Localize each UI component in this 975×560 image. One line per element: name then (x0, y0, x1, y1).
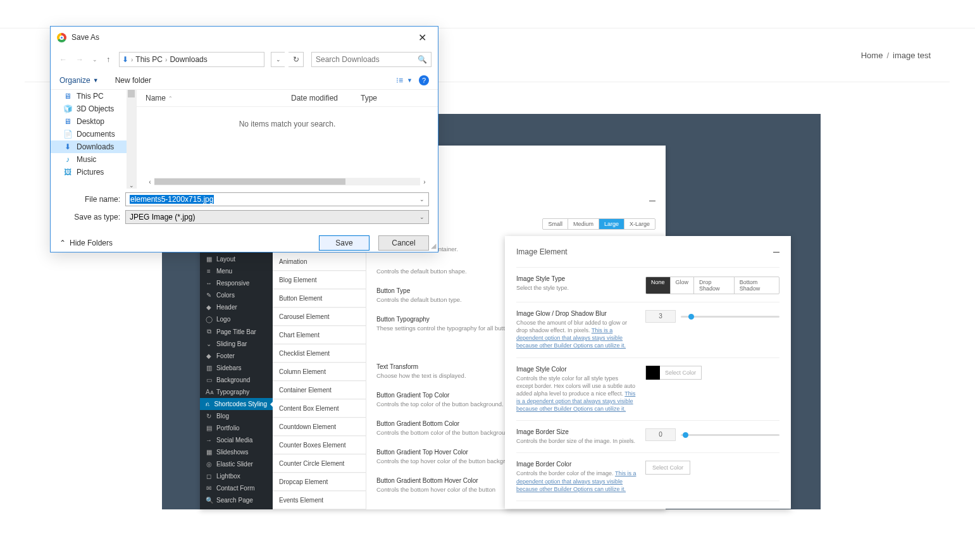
border-size-slider[interactable] (681, 428, 779, 441)
nav-back-button[interactable]: ← (57, 54, 70, 65)
sidebar-item-header[interactable]: ◆Header (200, 301, 273, 313)
nav-up-button[interactable]: ↑ (104, 54, 113, 65)
hide-folders-toggle[interactable]: ⌃ Hide Folders (59, 239, 113, 247)
sidebar-item-sliding-bar[interactable]: ⌄Sliding Bar (200, 338, 273, 350)
sidebar-item-label: Extra (216, 509, 231, 509)
element-list-item[interactable]: Counter Boxes Element (273, 437, 366, 454)
tree-scrollbar[interactable]: ⌄ (127, 90, 136, 189)
save-button[interactable]: Save (319, 235, 370, 251)
sidebar-item-search-page[interactable]: 🔍Search Page (200, 494, 273, 506)
border-color-picker[interactable]: Select Color (645, 461, 690, 475)
search-input[interactable]: Search Downloads 🔍 (311, 52, 432, 67)
breadcrumb-home[interactable]: Home (861, 51, 883, 60)
sidebar-item-lightbox[interactable]: ◻Lightbox (200, 470, 273, 482)
seg-option[interactable]: Large (599, 219, 624, 229)
nav-forward-button[interactable]: → (73, 54, 86, 65)
element-list-item[interactable]: Dropcap Element (273, 473, 366, 491)
filename-input[interactable]: elements5-1200x715.jpg⌄ (125, 192, 429, 206)
sidebar-item-elastic-slider[interactable]: ◎Elastic Slider (200, 458, 273, 470)
seg-option[interactable]: Drop Shadow (694, 277, 735, 294)
sidebar-item-icon: ▭ (206, 376, 212, 383)
address-history-dropdown[interactable]: ⌄ (271, 52, 285, 67)
panel-collapse-icon[interactable]: – (773, 245, 779, 258)
resize-grip-icon[interactable]: ◢ (431, 242, 436, 250)
sidebar-item-icon: ▥ (206, 364, 212, 371)
seg-option[interactable]: X-Large (624, 219, 655, 229)
seg-option[interactable]: None (646, 277, 671, 294)
element-list-item[interactable]: Column Element (273, 363, 366, 381)
path-this-pc[interactable]: This PC (135, 55, 163, 64)
seg-option[interactable]: Small (543, 219, 568, 229)
sidebar-item-social-media[interactable]: →Social Media (200, 434, 273, 446)
sidebar-item-extra[interactable]: ✲Extra (200, 506, 273, 509)
blur-value-input[interactable]: 3 (645, 310, 676, 323)
address-bar[interactable]: ⬇ › This PC › Downloads (119, 52, 264, 67)
close-button[interactable]: ✕ (413, 29, 432, 46)
element-list-item[interactable]: Carousel Element (273, 308, 366, 326)
sidebar-item-responsive[interactable]: ↔Responsive (200, 277, 273, 289)
tree-item-pictures[interactable]: 🖼Pictures (51, 166, 136, 178)
chevron-down-icon[interactable]: ⌄ (419, 196, 425, 202)
cancel-button[interactable]: Cancel (378, 235, 429, 251)
element-list-item[interactable]: Chart Element (273, 327, 366, 344)
sidebar-item-page-title-bar[interactable]: ⧉Page Title Bar (200, 325, 273, 338)
sidebar-item-icon: ⌄ (206, 340, 212, 347)
sidebar-item-shortcodes-styling[interactable]: ⎌Shortcodes Styling (200, 398, 273, 410)
savetype-select[interactable]: JPEG Image (*.jpg)⌄ (125, 210, 429, 224)
element-list-item[interactable]: Countdown Element (273, 418, 366, 436)
nav-recent-dropdown[interactable]: ⌄ (90, 55, 100, 64)
tree-item-label: Pictures (77, 168, 104, 177)
element-list-item[interactable]: Content Box Element (273, 400, 366, 418)
folder-icon: 🖥 (63, 92, 72, 101)
sidebar-item-colors[interactable]: ✎Colors (200, 289, 273, 301)
seg-option[interactable]: Glow (671, 277, 695, 294)
tree-item-documents[interactable]: 📄Documents (51, 128, 136, 140)
sidebar-item-background[interactable]: ▭Background (200, 374, 273, 386)
element-list-item[interactable]: Checklist Element (273, 345, 366, 363)
tree-item-3d-objects[interactable]: 🧊3D Objects (51, 103, 136, 115)
sidebar-item-sidebars[interactable]: ▥Sidebars (200, 362, 273, 374)
tree-item-music[interactable]: ♪Music (51, 153, 136, 166)
refresh-button[interactable]: ↻ (289, 52, 304, 67)
border-size-input[interactable]: 0 (645, 428, 676, 441)
seg-option[interactable]: Medium (568, 219, 599, 229)
sidebar-item-icon: ✲ (206, 509, 212, 509)
organize-menu[interactable]: Organize ▼ (59, 76, 99, 85)
element-list-item[interactable]: Container Element (273, 382, 366, 399)
col-type[interactable]: Type (361, 94, 429, 103)
file-list: Name ⌃ Date modified Type No items match… (137, 90, 438, 189)
column-headers[interactable]: Name ⌃ Date modified Type (137, 90, 438, 107)
sidebar-item-blog[interactable]: ↻Blog (200, 410, 273, 422)
style-color-picker[interactable]: Select Color (645, 366, 702, 380)
sidebar-item-icon: ✎ (206, 292, 212, 299)
sidebar-item-slideshows[interactable]: ▦Slideshows (200, 446, 273, 458)
col-name[interactable]: Name (146, 94, 166, 103)
chevron-down-icon[interactable]: ⌄ (419, 214, 425, 220)
sidebar-item-portfolio[interactable]: ▤Portfolio (200, 422, 273, 434)
help-button[interactable]: ? (419, 75, 429, 85)
list-h-scrollbar[interactable]: ‹› (146, 177, 429, 186)
tree-item-downloads[interactable]: ⬇Downloads (51, 140, 136, 153)
sidebar-item-logo[interactable]: ◯Logo (200, 313, 273, 325)
sidebar-item-label: Shortcodes Styling (214, 401, 267, 408)
element-list-item[interactable]: Events Element (273, 492, 366, 509)
sidebar-item-menu[interactable]: ≡Menu (200, 265, 273, 277)
element-list-item[interactable]: Blog Element (273, 271, 366, 289)
button-size-segmented[interactable]: SmallMediumLargeX-Large (542, 218, 655, 230)
tree-item-desktop[interactable]: 🖥Desktop (51, 115, 136, 128)
sidebar-item-typography[interactable]: AᴀTypography (200, 386, 273, 398)
sidebar-item-contact-form[interactable]: ✉Contact Form (200, 482, 273, 494)
tree-item-label: Music (77, 155, 96, 164)
blur-slider[interactable] (681, 310, 779, 323)
col-date[interactable]: Date modified (291, 94, 361, 103)
sidebar-item-footer[interactable]: ◆Footer (200, 350, 273, 362)
new-folder-button[interactable]: New folder (115, 76, 151, 85)
seg-option[interactable]: Bottom Shadow (735, 277, 779, 294)
path-downloads[interactable]: Downloads (170, 55, 207, 64)
tree-item-this-pc[interactable]: 🖥This PC (51, 90, 136, 103)
image-style-type-segmented[interactable]: NoneGlowDrop ShadowBottom Shadow (645, 277, 779, 294)
view-options-button[interactable]: ⁝≡ ▼ (396, 76, 413, 85)
element-list-item[interactable]: Animation (273, 253, 366, 271)
element-list-item[interactable]: Counter Circle Element (273, 455, 366, 473)
element-list-item[interactable]: Button Element (273, 290, 366, 308)
